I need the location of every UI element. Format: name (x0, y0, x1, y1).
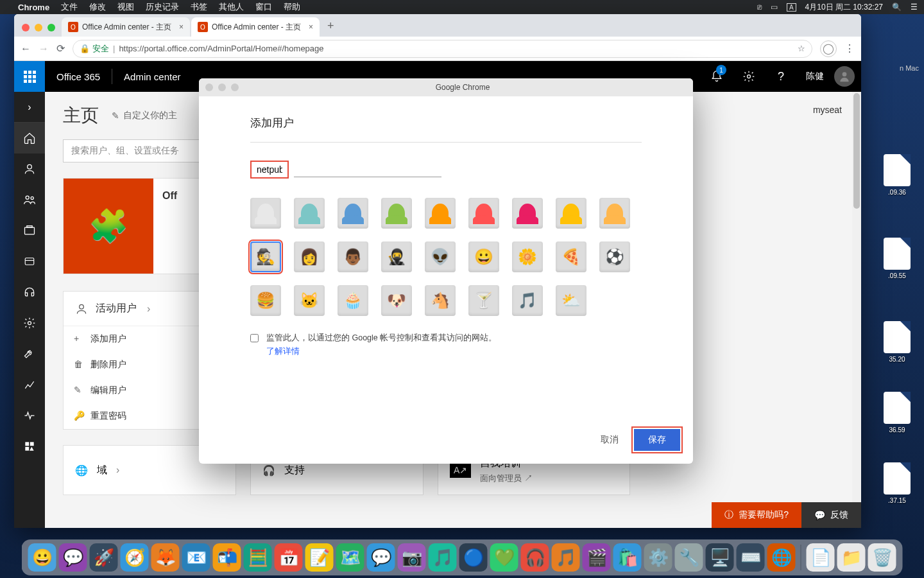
ime-icon[interactable]: A (787, 3, 796, 12)
avatar-option[interactable]: 😀 (468, 241, 499, 272)
tab-close-icon[interactable]: × (309, 22, 313, 31)
sidebar-admin-centers-icon[interactable] (14, 431, 45, 462)
dock-app-icon[interactable]: 🦊 (151, 543, 180, 572)
dock-app-icon[interactable]: 🎬 (583, 543, 611, 572)
dock-app-icon[interactable]: 🛍️ (613, 543, 642, 572)
avatar-option[interactable] (556, 198, 586, 229)
window-zoom-icon[interactable] (47, 24, 55, 31)
modal-zoom-icon[interactable] (231, 83, 239, 91)
sidebar-groups-icon[interactable] (14, 184, 45, 215)
avatar-option[interactable]: 🕵️ (250, 241, 281, 272)
avatar-option[interactable]: 🍸 (468, 285, 499, 316)
menu-list-icon[interactable]: ☰ (911, 3, 918, 12)
airplay-icon[interactable]: ⎚ (757, 3, 762, 12)
feedback-button[interactable]: 💬 反馈 (801, 502, 861, 528)
menu-view[interactable]: 视图 (117, 1, 134, 13)
desktop-file[interactable]: 35.20 (874, 321, 920, 363)
nav-back-icon[interactable]: ← (21, 43, 31, 55)
sidebar-card-icon[interactable] (14, 246, 45, 277)
customize-link[interactable]: ✎ 自定义你的主 (112, 110, 177, 121)
cancel-button[interactable]: 取消 (594, 429, 625, 451)
supervise-checkbox[interactable] (250, 334, 259, 342)
scroll-thumb[interactable] (853, 93, 860, 209)
sidebar-users-icon[interactable] (14, 153, 45, 184)
avatar-option[interactable]: 👽 (425, 241, 456, 272)
dock-app-icon[interactable]: 📷 (398, 543, 426, 572)
chrome-menu-icon[interactable]: ⋮ (844, 42, 855, 55)
spotlight-icon[interactable]: 🔍 (892, 3, 902, 12)
sidebar-home-icon[interactable] (14, 123, 45, 153)
avatar-option[interactable]: 🐴 (425, 285, 456, 316)
save-button[interactable]: 保存 (634, 429, 680, 451)
dock-app-icon[interactable]: 😀 (28, 543, 56, 572)
dock-app-icon[interactable]: ⚙️ (644, 543, 672, 572)
modal-close-icon[interactable] (205, 83, 213, 91)
avatar-option[interactable] (338, 198, 368, 229)
dock-app-icon[interactable]: 🎵 (552, 543, 580, 572)
notifications-icon[interactable]: 1 (702, 61, 732, 92)
menu-edit[interactable]: 修改 (89, 1, 106, 13)
sidebar-reports-icon[interactable] (14, 369, 45, 400)
sidebar-expand-icon[interactable]: › (14, 92, 45, 123)
avatar-option[interactable] (381, 198, 412, 229)
avatar-option[interactable]: 👩 (294, 241, 325, 272)
new-tab-button[interactable]: + (321, 19, 341, 37)
dock-right-icon[interactable]: 📁 (837, 543, 866, 572)
avatar-option[interactable] (425, 198, 456, 229)
dock-app-icon[interactable]: 📅 (275, 543, 303, 572)
desktop-file[interactable]: .09.36 (874, 154, 920, 196)
dock-app-icon[interactable]: 🎧 (521, 543, 549, 572)
avatar-option[interactable] (468, 198, 499, 229)
dock-app-icon[interactable]: 📝 (305, 543, 334, 572)
menu-help[interactable]: 帮助 (284, 1, 300, 13)
chrome-profile-icon[interactable]: ◯ (820, 40, 837, 57)
nav-reload-icon[interactable]: ⟳ (56, 42, 65, 55)
menu-bookmarks[interactable]: 书签 (191, 1, 207, 13)
menu-history[interactable]: 历史记录 (146, 1, 179, 13)
dock-right-icon[interactable]: 🗑️ (868, 543, 896, 572)
profile-name-input[interactable] (250, 161, 289, 179)
avatar-option[interactable]: 🐶 (381, 285, 412, 316)
dock-app-icon[interactable]: 🔵 (459, 543, 488, 572)
sidebar-billing-icon[interactable] (14, 215, 45, 246)
browser-tab-active[interactable]: O Office Admin center - 主页 × (191, 17, 320, 37)
menu-window[interactable]: 窗口 (255, 1, 272, 13)
dock-app-icon[interactable]: 🧭 (121, 543, 149, 572)
learn-more-link[interactable]: 了解详情 (266, 346, 497, 357)
sidebar-settings-icon[interactable] (14, 308, 45, 338)
o365-brand[interactable]: Office 365 (45, 71, 112, 82)
desktop-file[interactable]: .37.15 (874, 462, 920, 504)
scrollbar[interactable] (852, 92, 861, 528)
secure-lock-icon[interactable]: 🔒 安全 (80, 43, 109, 55)
browser-tab[interactable]: O Office Admin center - 主页 × (62, 17, 190, 37)
avatar-option[interactable]: 🍔 (250, 285, 281, 316)
dock-app-icon[interactable]: 💬 (367, 543, 395, 572)
avatar-option[interactable]: 🧁 (338, 285, 368, 316)
sidebar-support-icon[interactable] (14, 277, 45, 308)
help-icon[interactable]: ? (766, 61, 796, 92)
menu-people[interactable]: 其他人 (219, 1, 244, 13)
avatar-option[interactable] (250, 198, 281, 229)
dock-app-icon[interactable]: 🖥️ (706, 543, 734, 572)
display-icon[interactable]: ▭ (771, 3, 778, 12)
avatar-option[interactable] (512, 198, 543, 229)
dock-app-icon[interactable]: 🎵 (429, 543, 457, 572)
sidebar-health-icon[interactable] (14, 400, 45, 431)
tab-close-icon[interactable]: × (179, 22, 184, 31)
dock-app-icon[interactable]: 📬 (213, 543, 241, 572)
avatar-option[interactable] (294, 198, 325, 229)
header-username[interactable]: 陈健 (798, 71, 832, 82)
app-launcher-icon[interactable] (14, 61, 45, 92)
address-bar[interactable]: 🔒 安全 | https://portal.office.com/AdminPo… (73, 40, 812, 58)
dock-app-icon[interactable]: ⌨️ (737, 543, 765, 572)
need-help-button[interactable]: ⓘ 需要帮助吗? (712, 502, 801, 528)
sidebar-setup-icon[interactable] (14, 338, 45, 369)
avatar-option[interactable]: 🐱 (294, 285, 325, 316)
dock-app-icon[interactable]: 📧 (182, 543, 210, 572)
dock-app-icon[interactable]: 🌐 (767, 543, 796, 572)
avatar-option[interactable]: ⚽ (599, 241, 630, 272)
avatar-option[interactable] (599, 198, 630, 229)
avatar-option[interactable]: 🌼 (512, 241, 543, 272)
avatar-option[interactable]: 👨🏾 (338, 241, 368, 272)
header-avatar-icon[interactable] (834, 66, 855, 87)
